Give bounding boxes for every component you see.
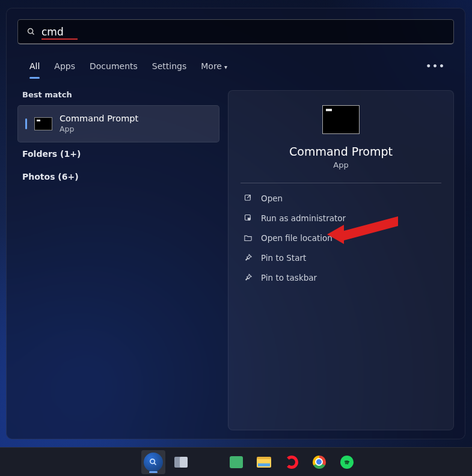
chrome-icon [313, 456, 326, 469]
start-search-panel: All Apps Documents Settings More▾ ••• Be… [6, 8, 465, 439]
action-label: Pin to Start [261, 253, 306, 263]
results-column: Best match Command Prompt App Folders (1… [17, 90, 219, 430]
chevron-down-icon: ▾ [224, 64, 227, 70]
result-command-prompt[interactable]: Command Prompt App [17, 105, 219, 142]
tab-all[interactable]: All [22, 58, 47, 75]
category-photos[interactable]: Photos (6+) [17, 165, 219, 188]
action-pin-to-start[interactable]: Pin to Start [241, 248, 441, 267]
tab-label: All [29, 61, 40, 71]
start-icon [118, 455, 133, 469]
taskbar-widgets[interactable] [197, 450, 221, 474]
action-pin-to-taskbar[interactable]: Pin to taskbar [241, 267, 441, 287]
preview-subtitle: App [333, 160, 348, 169]
taskbar-search[interactable] [141, 450, 165, 474]
preview-title: Command Prompt [289, 145, 393, 158]
options-button[interactable]: ••• [422, 59, 449, 73]
svg-line-1 [32, 33, 34, 35]
selection-indicator [25, 118, 27, 129]
command-prompt-icon [34, 117, 52, 130]
taskbar-start[interactable] [114, 450, 138, 474]
taskbar-chrome[interactable] [307, 450, 331, 474]
action-label: Pin to taskbar [261, 273, 317, 282]
pin-icon [243, 273, 253, 282]
action-label: Open [261, 194, 283, 203]
opera-icon [285, 456, 298, 469]
tab-label: Settings [152, 61, 186, 71]
action-label: Open file location [261, 233, 333, 243]
action-label: Run as administrator [261, 213, 346, 223]
shield-icon [243, 213, 253, 223]
tab-label: Apps [54, 61, 75, 71]
search-icon [26, 27, 35, 36]
search-icon [144, 453, 163, 472]
taskbar [0, 447, 472, 476]
command-prompt-icon [322, 105, 360, 134]
widgets-icon [201, 455, 216, 469]
pin-icon [243, 253, 253, 263]
search-box[interactable] [17, 19, 454, 44]
taskbar-chat[interactable] [224, 450, 248, 474]
action-open[interactable]: Open [241, 188, 441, 208]
result-subtitle: App [60, 124, 138, 134]
filter-tabs: All Apps Documents Settings More▾ ••• [17, 58, 454, 75]
spotify-icon [340, 456, 354, 469]
taskbar-spotify[interactable] [335, 450, 359, 474]
svg-point-0 [28, 29, 33, 34]
svg-point-5 [150, 459, 155, 464]
folder-icon [243, 233, 253, 243]
tab-label: Documents [90, 61, 138, 71]
tab-settings[interactable]: Settings [145, 58, 194, 75]
category-folders[interactable]: Folders (1+) [17, 142, 219, 165]
taskbar-task-view[interactable] [169, 450, 193, 474]
annotation-underline [41, 38, 78, 40]
tab-label: More [201, 61, 222, 71]
file-explorer-icon [257, 457, 271, 468]
tab-more[interactable]: More▾ [194, 58, 234, 75]
search-input[interactable] [41, 26, 445, 38]
preview-pane: Command Prompt App Open Run as administr… [228, 90, 454, 430]
tab-documents[interactable]: Documents [82, 58, 145, 75]
best-match-heading: Best match [17, 90, 219, 105]
chat-icon [230, 456, 243, 468]
result-title: Command Prompt [60, 113, 138, 124]
action-run-as-administrator[interactable]: Run as administrator [241, 208, 441, 228]
divider [241, 183, 441, 183]
tab-apps[interactable]: Apps [47, 58, 82, 75]
taskbar-file-explorer[interactable] [252, 450, 276, 474]
action-open-file-location[interactable]: Open file location [241, 228, 441, 248]
taskbar-opera[interactable] [280, 450, 304, 474]
svg-line-6 [154, 463, 156, 465]
task-view-icon [174, 457, 188, 468]
open-icon [243, 194, 253, 203]
